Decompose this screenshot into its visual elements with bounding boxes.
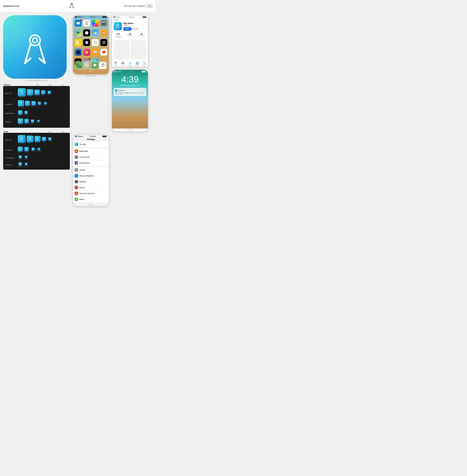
iphone-appicon-row: App Icon 180 iOS 7+ 130 iOS bbox=[5, 87, 68, 99]
as-carrier: ▌▌ Flarup ▾ bbox=[114, 16, 120, 18]
tab-today[interactable]: 📅 Today bbox=[112, 61, 119, 67]
home-app-calendar[interactable]: Monday 5 Calendar bbox=[83, 20, 91, 28]
more-button[interactable]: … bbox=[144, 27, 146, 30]
dnd-label: Do Not Disturb bbox=[79, 162, 105, 164]
icon-item: 40 iOS 7+ bbox=[24, 111, 28, 116]
chevron-right-icon: › bbox=[107, 162, 107, 164]
settings-row-general[interactable]: ⚙️ General › bbox=[73, 167, 109, 173]
iphone-notifications-row: Notifications 60 iOS 7+ 40 i bbox=[5, 109, 68, 117]
settings-row-dnd[interactable]: 🌙 Do Not Disturb › bbox=[73, 160, 109, 166]
notifications-icon: 🔔 bbox=[75, 149, 78, 153]
tab-apps[interactable]: ⊞ Apps bbox=[126, 61, 133, 67]
dock-messages[interactable]: 💬 bbox=[91, 62, 98, 69]
home-app-home[interactable]: 🏠 Home bbox=[100, 29, 108, 38]
rank-number: #2 bbox=[125, 33, 134, 35]
page-dots bbox=[73, 71, 109, 72]
svg-point-153 bbox=[26, 148, 27, 149]
home-app-ibooks[interactable]: 📖 iBooks bbox=[91, 49, 99, 57]
chevron-right-icon: › bbox=[107, 156, 107, 158]
icon-item: 58 iOS 7+ bbox=[24, 119, 29, 125]
notification-banner[interactable]: YOUR APP now This is what your notificat… bbox=[114, 88, 146, 96]
icon-size-label: 130 iOS 7+ bbox=[27, 96, 33, 97]
home-app-photos[interactable]: Photos bbox=[91, 20, 99, 28]
lock-screen-label: Lock Screen bbox=[112, 129, 148, 131]
iphone-section: iPhone @3x @2x @1x App Icon bbox=[3, 84, 70, 128]
phone-frame: ▌▌ Flarup ▾ 9:41 AM ▓▓▓▓ ✉️ 1 bbox=[73, 15, 109, 75]
age-block: 4+ Age Rating bbox=[137, 33, 146, 38]
svg-point-129 bbox=[38, 138, 38, 138]
appstore-hero: App Name Subtitle GET Offers In-App Purc… bbox=[112, 21, 148, 32]
iphone-scale-2x: @2x bbox=[44, 84, 56, 86]
dock-safari[interactable]: 🧭 bbox=[83, 62, 91, 69]
touchid-icon: 👆 bbox=[75, 192, 78, 195]
home-app-videos[interactable]: 🎬 Videos bbox=[100, 39, 108, 48]
battery-label: Battery bbox=[79, 198, 105, 200]
lock-screen-container: ▌▌ Flarup ▾ 🔒 ▓▓▓▓ 4:39 Wednesday Octobe… bbox=[112, 69, 148, 132]
home-app-appstore[interactable]: 🅰 App Store bbox=[74, 49, 82, 57]
tab-today-label: Today bbox=[114, 64, 117, 66]
home-app-mail[interactable]: ✉️ 1 Mail bbox=[74, 20, 82, 28]
home-app-notes[interactable]: 📝 Notes bbox=[74, 39, 82, 48]
chevron-right-icon: › bbox=[107, 143, 107, 145]
iphone-home-mockup: ▌▌ Flarup ▾ 9:41 AM ▓▓▓▓ ✉️ 1 bbox=[73, 15, 109, 77]
mail-badge: 1 bbox=[80, 19, 82, 21]
icon-item: 29 iOS 7+ bbox=[36, 120, 41, 124]
home-app-clock[interactable]: 🕐 Clock bbox=[83, 29, 91, 38]
notif-header: YOUR APP now bbox=[115, 89, 145, 92]
wallpaper-icon: 🖼 bbox=[75, 180, 78, 183]
search-icon: 🔍 bbox=[143, 62, 146, 64]
settings-row-control-center[interactable]: ⊙ Control Center › bbox=[73, 154, 109, 160]
svg-point-99 bbox=[26, 120, 27, 121]
home-app-health[interactable]: ❤️ Health bbox=[100, 49, 108, 57]
as-battery: ▓▓▓▓ bbox=[143, 16, 146, 18]
right-column: ▌▌ Flarup ▾ 9:41 AM ▓▓▓▓ ✉️ 1 bbox=[73, 15, 152, 206]
icon-item: 130 iOS 7+ bbox=[27, 89, 33, 97]
dnd-icon: 🌙 bbox=[75, 161, 78, 165]
appstore-status-bar: ▌▌ Flarup ▾ 9:41 AM ▓▓▓▓ bbox=[112, 15, 148, 18]
settings-row-touchid[interactable]: 👆 Touch ID & Passcode › bbox=[73, 191, 109, 196]
svg-point-183 bbox=[20, 163, 20, 164]
tab-search[interactable]: 🔍 Search bbox=[141, 61, 148, 67]
appstore-back-button[interactable]: ❮ Apps bbox=[112, 18, 148, 21]
icon-item: 80 iOS 7+ bbox=[18, 147, 23, 153]
icon-item: 152 iOS 7+ bbox=[27, 136, 34, 144]
display-label: Display & Brightness bbox=[79, 175, 105, 177]
rating-stars: ★★★★☆ bbox=[114, 35, 123, 37]
icon-caption: 1024 Retina App Icon for App Store bbox=[3, 80, 70, 81]
screenshots-row bbox=[112, 39, 148, 61]
notif-time: now bbox=[143, 90, 145, 91]
settings-section-3: ⚙️ General › AA Display & Brightness › 🖼… bbox=[73, 167, 109, 202]
svg-point-159 bbox=[33, 149, 33, 149]
settings-row-sounds[interactable]: 🔊 Sounds › bbox=[73, 185, 109, 191]
svg-point-87 bbox=[26, 112, 26, 112]
settings-row-display[interactable]: AA Display & Brightness › bbox=[73, 173, 109, 179]
tab-updates[interactable]: ⬇️ Updates bbox=[134, 61, 141, 67]
phones-row: ▌▌ Flarup ▾ 9:41 AM ▓▓▓▓ ✉️ 1 bbox=[73, 15, 152, 132]
iap-label: Offers In-App Purchases bbox=[132, 28, 143, 30]
lock-carrier: ▌▌ Flarup ▾ bbox=[114, 71, 122, 72]
settings-row-wallpaper[interactable]: 🖼 Wallpaper › bbox=[73, 179, 109, 185]
rating-number: 4.4 bbox=[114, 33, 123, 35]
home-app-maps[interactable]: 🗺 Maps bbox=[74, 29, 82, 38]
home-app-itunes[interactable]: ⭐ iTunes Store bbox=[83, 49, 91, 57]
dock-music[interactable]: 🎵 bbox=[99, 62, 106, 69]
tab-games[interactable]: 🎮 Games bbox=[119, 61, 126, 67]
today-icon: 📅 bbox=[114, 62, 117, 64]
svg-point-51 bbox=[21, 102, 21, 103]
apps-icon: ⊞ bbox=[129, 62, 131, 64]
dock-phone[interactable]: 📞 bbox=[76, 62, 83, 69]
get-button[interactable]: GET bbox=[123, 27, 131, 31]
settings-status-bar: ▌▌ Flarup ▾ 9:41 AM ▓▓▓▓ bbox=[73, 135, 109, 137]
home-app-weather[interactable]: ⛅ Weather bbox=[91, 29, 99, 38]
wallpaper-label: Wallpaper bbox=[79, 181, 105, 183]
settings-row-notifications[interactable]: 🔔 Notifications › bbox=[73, 148, 109, 154]
settings-row-battery[interactable]: 🔋 Battery › bbox=[73, 196, 109, 202]
settings-row-yourapp[interactable]: Your App › bbox=[73, 141, 109, 147]
icon-item: 144 OS 5/6 bbox=[35, 136, 41, 144]
appstore-tab-bar: 📅 Today 🎮 Games ⊞ Apps bbox=[112, 61, 148, 67]
home-app-reminders[interactable]: 📋 Reminders bbox=[91, 39, 99, 48]
svg-point-201 bbox=[117, 25, 118, 26]
home-app-stocks[interactable]: 📈 Stocks bbox=[83, 39, 91, 48]
home-app-camera[interactable]: 📷 Camera bbox=[100, 20, 108, 28]
appstore-get-row: GET Offers In-App Purchases … bbox=[123, 27, 146, 31]
